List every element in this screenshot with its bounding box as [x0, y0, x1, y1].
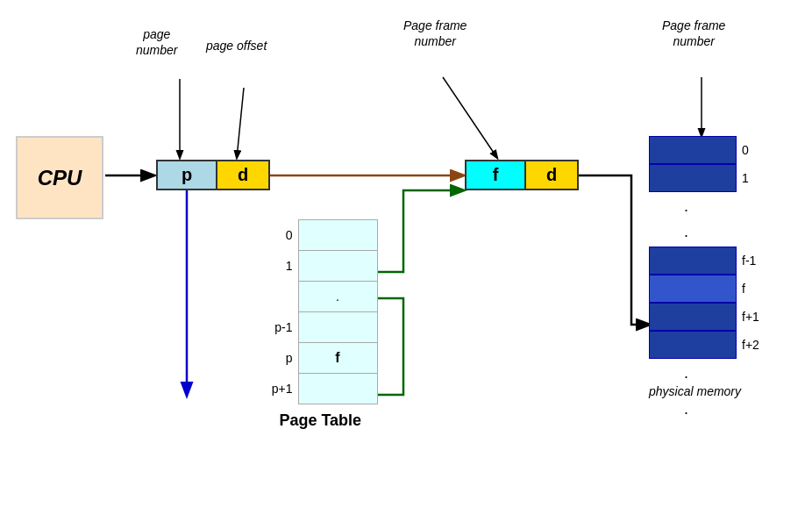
page-table-title: Page Table [263, 411, 378, 430]
annotation-page-offset: page offset [206, 39, 267, 53]
page-table-row-1: 1 [263, 251, 377, 282]
phys-mem-label-fp2: f+2 [737, 338, 780, 352]
physical-d-box: d [526, 160, 579, 190]
page-table: 0 1 . p-1 p f [263, 219, 378, 404]
row-cell-0 [298, 220, 377, 251]
cpu-label: CPU [38, 166, 82, 190]
cpu-box: CPU [16, 136, 103, 219]
diagram-container: CPU p d f d pagenumber page offset Page … [0, 0, 812, 522]
phys-mem-cell-f [649, 275, 737, 303]
row-label-0: 0 [263, 220, 298, 251]
phys-mem-cell-fm1 [649, 247, 737, 275]
annotation-page-frame-number-top: Page framenumber [403, 18, 467, 49]
logical-d-box: d [217, 160, 270, 190]
row-cell-p: f [298, 343, 377, 374]
svg-line-2 [237, 88, 244, 158]
row-cell-dot1: . [298, 282, 377, 312]
page-table-row-pm1: p-1 [263, 312, 377, 343]
physical-memory-container: 0 1 . . f-1 f f+1 f+2 . physical memory … [649, 136, 780, 418]
row-label-dot1 [263, 282, 298, 312]
page-table-container: 0 1 . p-1 p f [263, 219, 378, 430]
phys-mem-dots-final: . [649, 398, 780, 418]
logical-p-box: p [156, 160, 217, 190]
phys-mem-cell-0 [649, 136, 737, 164]
annotation-page-number: pagenumber [136, 26, 177, 58]
phys-mem-label-fm1: f-1 [737, 254, 780, 268]
page-table-row-dot1: . [263, 282, 377, 312]
phys-mem-label-fp1: f+1 [737, 310, 780, 324]
row-cell-pp1 [298, 374, 377, 404]
page-table-row-0: 0 [263, 220, 377, 251]
phys-mem-row-fm1: f-1 [649, 247, 780, 275]
phys-mem-row-1: 1 [649, 164, 780, 192]
phys-mem-row-0: 0 [649, 136, 780, 164]
phys-mem-dots-bottom: . [649, 359, 780, 384]
page-table-row-pp1: p+1 [263, 374, 377, 404]
physical-address: f d [465, 160, 579, 190]
row-label-pm1: p-1 [263, 312, 298, 343]
phys-mem-label-f: f [737, 282, 780, 296]
physical-f-box: f [465, 160, 526, 190]
phys-mem-cell-fp1 [649, 303, 737, 331]
phys-mem-cell-fp2 [649, 331, 737, 359]
annotation-page-frame-number-right: Page framenumber [662, 18, 725, 49]
phys-mem-caption: physical memory [649, 384, 780, 398]
phys-mem-row-fp1: f+1 [649, 303, 780, 331]
row-cell-1 [298, 251, 377, 282]
phys-mem-row-fp2: f+2 [649, 331, 780, 359]
row-label-pp1: p+1 [263, 374, 298, 404]
row-label-p: p [263, 343, 298, 374]
page-table-row-p: p f [263, 343, 377, 374]
row-label-1: 1 [263, 251, 298, 282]
phys-mem-label-1: 1 [737, 171, 780, 185]
phys-mem-dots-top2: . [649, 221, 780, 247]
phys-mem-dots-top: . [649, 192, 780, 221]
phys-mem-label-0: 0 [737, 143, 780, 157]
svg-line-3 [443, 77, 497, 158]
row-cell-pm1 [298, 312, 377, 343]
phys-mem-row-f: f [649, 275, 780, 303]
logical-address: p d [156, 160, 270, 190]
phys-mem-cell-1 [649, 164, 737, 192]
